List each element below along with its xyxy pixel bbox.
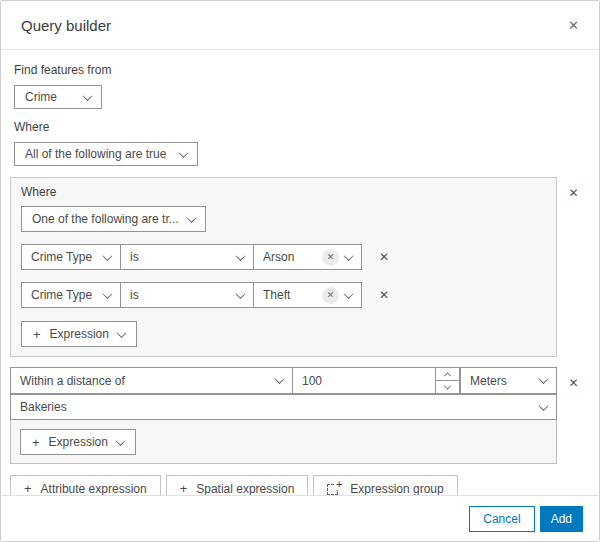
logic-select-value: All of the following are true — [25, 147, 166, 161]
chevron-down-icon — [236, 251, 246, 261]
group-where-label: Where — [21, 185, 546, 199]
dialog-header: Query builder ✕ — [1, 1, 599, 50]
plus-icon: + — [33, 328, 41, 341]
chevron-down-icon — [236, 289, 246, 299]
group-add-expression-button[interactable]: + Expression — [21, 321, 137, 347]
chevron-down-icon — [187, 213, 197, 223]
chevron-down-icon — [83, 91, 93, 101]
unit-select-value: Meters — [470, 374, 507, 388]
remove-expression-icon[interactable]: ✕ — [375, 248, 393, 266]
spatial-expression-row: Within a distance of Meters — [10, 367, 590, 464]
spatial-expression-button[interactable]: + Spatial expression — [166, 475, 309, 495]
spatial-footer: + Expression — [11, 420, 556, 463]
value-select[interactable]: Arson ✕ — [253, 244, 362, 270]
spatial-layer-select[interactable]: Bakeries — [10, 394, 557, 420]
layer-select[interactable]: Crime — [14, 85, 102, 109]
distance-input[interactable] — [293, 368, 435, 393]
spatial-relation-value: Within a distance of — [20, 374, 125, 388]
chevron-down-icon — [344, 251, 354, 261]
expression-group-label: Expression group — [350, 482, 443, 496]
dialog-body: Find features from Crime Where All of th… — [1, 50, 599, 495]
plus-icon: + — [180, 482, 188, 495]
add-expression-label: Expression — [50, 327, 109, 341]
operator-select-value: is — [130, 288, 139, 302]
spatial-relation-row: Within a distance of Meters — [10, 367, 557, 394]
group-logic-select[interactable]: One of the following are tr... — [21, 206, 206, 232]
remove-group-icon[interactable]: ✕ — [564, 184, 582, 202]
expression-group-row: Where One of the following are tr... Cri… — [10, 177, 590, 357]
chevron-down-icon — [539, 374, 549, 384]
stepper-up-icon[interactable] — [436, 368, 459, 381]
remove-expression-icon[interactable]: ✕ — [375, 286, 393, 304]
chevron-down-icon — [103, 289, 113, 299]
distance-input-cell — [292, 367, 436, 394]
field-select[interactable]: Crime Type — [21, 244, 121, 270]
plus-icon: + — [24, 482, 32, 495]
spatial-expression-box: Within a distance of Meters — [10, 367, 557, 464]
remove-spatial-icon[interactable]: ✕ — [564, 374, 582, 392]
distance-stepper — [435, 367, 460, 394]
expression-group-icon: + — [327, 482, 341, 495]
chevron-down-icon — [117, 328, 127, 338]
plus-icon: + — [32, 436, 40, 449]
where-label: Where — [14, 120, 590, 134]
query-builder-dialog: Query builder ✕ Find features from Crime… — [0, 0, 600, 542]
unit-select[interactable]: Meters — [460, 367, 557, 394]
spatial-expression-label: Spatial expression — [196, 482, 294, 496]
chevron-down-icon — [275, 374, 285, 384]
cancel-button[interactable]: Cancel — [469, 506, 534, 532]
stepper-down-icon[interactable] — [436, 381, 459, 393]
close-icon[interactable]: ✕ — [562, 15, 585, 36]
attribute-expression-label: Attribute expression — [41, 482, 147, 496]
dialog-footer: Cancel Add — [1, 495, 599, 541]
group-remove-column: ✕ — [557, 177, 590, 202]
chevron-down-icon — [344, 289, 354, 299]
field-select-value: Crime Type — [31, 250, 92, 264]
value-select-value: Arson — [263, 250, 316, 264]
spatial-layer-row: Bakeries — [10, 394, 557, 420]
expression-row: Crime Type is Arson ✕ ✕ — [21, 244, 546, 270]
expression-group-box: Where One of the following are tr... Cri… — [10, 177, 557, 357]
layer-select-value: Crime — [25, 90, 57, 104]
logic-select[interactable]: All of the following are true — [14, 142, 198, 166]
attribute-expression-button[interactable]: + Attribute expression — [10, 475, 161, 495]
add-expression-label: Expression — [49, 435, 108, 449]
spatial-add-expression-button[interactable]: + Expression — [20, 429, 136, 455]
add-button[interactable]: Add — [540, 506, 583, 532]
spatial-layer-value: Bakeries — [20, 400, 67, 414]
operator-select-value: is — [130, 250, 139, 264]
group-logic-select-value: One of the following are tr... — [32, 212, 179, 226]
expression-row: Crime Type is Theft ✕ ✕ — [21, 282, 546, 308]
add-expression-actions: + Attribute expression + Spatial express… — [10, 475, 590, 495]
chevron-down-icon — [539, 401, 549, 411]
find-features-label: Find features from — [14, 63, 590, 77]
clear-value-icon[interactable]: ✕ — [322, 287, 339, 304]
value-select[interactable]: Theft ✕ — [253, 282, 362, 308]
field-select[interactable]: Crime Type — [21, 282, 121, 308]
spatial-remove-column: ✕ — [557, 367, 590, 392]
value-select-value: Theft — [263, 288, 316, 302]
clear-value-icon[interactable]: ✕ — [322, 249, 339, 266]
chevron-down-icon — [116, 436, 126, 446]
expression-group-button[interactable]: + Expression group — [313, 475, 457, 495]
chevron-down-icon — [103, 251, 113, 261]
chevron-down-icon — [179, 148, 189, 158]
spatial-relation-select[interactable]: Within a distance of — [10, 367, 293, 394]
operator-select[interactable]: is — [120, 244, 254, 270]
operator-select[interactable]: is — [120, 282, 254, 308]
field-select-value: Crime Type — [31, 288, 92, 302]
dialog-title: Query builder — [21, 17, 111, 34]
